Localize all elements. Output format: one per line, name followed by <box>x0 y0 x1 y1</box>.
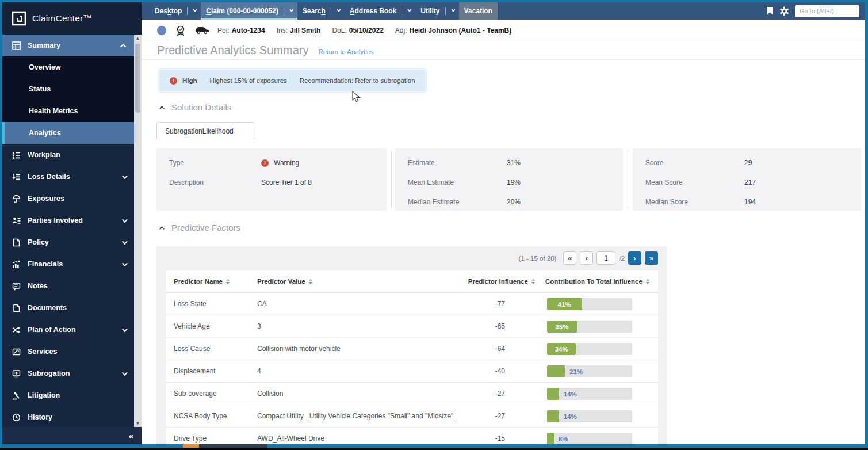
sidebar-item-exposures[interactable]: Exposures <box>2 188 134 209</box>
exposures-icon <box>12 194 21 203</box>
sidebar-item-status[interactable]: Status <box>2 78 134 100</box>
sidebar-item-parties-involved[interactable]: Parties Involved <box>2 209 134 231</box>
table-row[interactable]: Loss StateCA-7741% <box>166 292 658 315</box>
card-label: Score <box>645 159 744 167</box>
first-page-button[interactable]: « <box>563 251 576 265</box>
sort-icon[interactable] <box>646 279 649 284</box>
table-row[interactable]: Displacement4-4021% <box>166 360 658 382</box>
table-row[interactable]: Drive TypeAWD_All-Wheel Drive-158% <box>166 427 658 444</box>
contribution-label: 41% <box>547 298 582 310</box>
previous-page-button[interactable]: ‹ <box>580 251 593 265</box>
page-title-bar: Predictive Analytics Summary Return to A… <box>142 41 865 60</box>
score-card: Score 29 Mean Score 217 Median Score 194 <box>633 148 861 211</box>
app-title: ClaimCenter™ <box>32 13 92 24</box>
sort-icon[interactable] <box>226 279 230 284</box>
tab-desktop[interactable]: Desktop <box>150 2 201 20</box>
sidebar-collapse-bar[interactable]: « <box>2 427 142 444</box>
card-value: !Warning <box>261 159 299 167</box>
contribution-label: 8% <box>559 433 568 444</box>
loss-details-icon <box>12 172 21 181</box>
card-divider <box>628 151 628 208</box>
gear-icon[interactable] <box>779 6 789 16</box>
tab-address-book[interactable]: Address Book <box>345 2 415 20</box>
claim-seal-icon <box>175 25 186 36</box>
sidebar-item-services[interactable]: Services <box>2 341 134 363</box>
solution-details-header[interactable]: Solution Details <box>161 102 231 112</box>
scrollbar-up-arrow[interactable]: ▲ <box>134 35 142 42</box>
sidebar-item-overview[interactable]: Overview <box>2 56 134 78</box>
card-label: Median Estimate <box>408 198 507 206</box>
sidebar-scrollbar[interactable]: ▲ ▼ <box>134 35 142 427</box>
card-label: Mean Estimate <box>408 178 507 186</box>
policy-field: Pol:Auto-1234 <box>217 26 265 35</box>
chevron-down-icon[interactable] <box>337 7 341 12</box>
section-title: Predictive Factors <box>171 223 240 232</box>
cell-predictor-name: Vehicle Age <box>174 315 210 337</box>
sidebar-item-financials[interactable]: Financials <box>2 253 134 275</box>
contribution-bar: 35% <box>547 321 632 333</box>
contribution-bar: 8% <box>547 433 632 444</box>
sidebar-item-documents[interactable]: Documents <box>2 297 134 319</box>
sidebar-item-workplan[interactable]: Workplan <box>2 144 134 166</box>
sidebar-item-subrogation[interactable]: Subrogation <box>2 363 134 384</box>
sidebar-item-loss-details[interactable]: Loss Details <box>2 166 134 188</box>
sidebar-item-plan-of-action[interactable]: Plan of Action <box>2 319 134 341</box>
tab-vacation[interactable]: Vacation <box>459 2 498 20</box>
collapse-section-icon[interactable] <box>159 106 164 110</box>
page-total: /2 <box>619 255 625 262</box>
chevron-down-icon[interactable] <box>289 7 293 12</box>
column-contribution[interactable]: Contribution To Total Influence <box>545 270 649 292</box>
sidebar-item-summary[interactable]: Summary <box>2 35 134 56</box>
scrollbar-thumb[interactable] <box>135 44 140 113</box>
warning-icon: ! <box>170 77 177 85</box>
table-row[interactable]: Sub-coverageCollision-2714% <box>166 382 658 405</box>
return-to-analytics-link[interactable]: Return to Analytics <box>318 48 373 55</box>
sidebar-item-label: Documents <box>28 304 67 312</box>
tab-utility[interactable]: Utility <box>415 2 458 20</box>
contribution-bar: 21% <box>547 365 632 377</box>
chevron-down-icon[interactable] <box>451 7 455 12</box>
sidebar-item-notes[interactable]: Notes <box>2 275 134 297</box>
column-predictor-value[interactable]: Predictor Value <box>257 270 312 292</box>
table-row[interactable]: Loss CauseCollision with motor vehicle-6… <box>166 337 658 360</box>
table-row[interactable]: NCSA Body TypeCompact Utility _Utility V… <box>166 405 658 427</box>
sidebar-item-history[interactable]: History <box>2 406 134 427</box>
guidewire-logo-icon <box>12 11 26 26</box>
cell-predictor-name: Sub-coverage <box>174 383 217 405</box>
sidebar-item-litigation[interactable]: Litigation <box>2 384 134 406</box>
sort-icon[interactable] <box>309 279 312 284</box>
collapse-section-icon[interactable] <box>159 226 164 231</box>
warning-icon: ! <box>261 159 269 167</box>
main-area: Desktop Claim (000-00-000052) Search Add… <box>142 2 865 444</box>
table-row[interactable]: Vehicle Age3-6535% <box>166 315 658 337</box>
sidebar-item-label: History <box>28 413 52 421</box>
contribution-bar-fill <box>547 410 559 422</box>
tab-claim[interactable]: Claim (000-00-000052) <box>201 2 297 20</box>
page-number-input[interactable] <box>596 251 615 265</box>
chevron-down-icon <box>122 173 128 179</box>
column-predictor-influence[interactable]: Predictor Influence <box>419 270 535 292</box>
history-icon <box>12 413 21 422</box>
scrollbar-down-arrow[interactable]: ▼ <box>134 420 142 427</box>
sidebar-item-label: Financials <box>28 260 63 268</box>
tab-subrogation-likelihood[interactable]: SubrogationLikelihood <box>156 122 254 139</box>
sidebar-item-label: Litigation <box>28 391 60 399</box>
sidebar-item-analytics[interactable]: Analytics <box>2 122 134 144</box>
chevron-down-icon <box>122 370 128 376</box>
cell-predictor-influence: -15 <box>419 428 505 444</box>
column-predictor-name[interactable]: Predictor Name <box>174 270 230 292</box>
contribution-bar-fill <box>547 388 559 400</box>
sidebar-item-health-metrics[interactable]: Health Metrics <box>2 100 134 122</box>
predictive-factors-header[interactable]: Predictive Factors <box>161 223 240 232</box>
bookmark-icon[interactable] <box>766 6 774 16</box>
goto-input[interactable] <box>795 5 859 17</box>
chevron-down-icon[interactable] <box>408 7 412 12</box>
claimcenter-window: ClaimCenter™ Summary Overview Status Hea… <box>2 2 865 444</box>
chevron-down-icon[interactable] <box>193 7 197 12</box>
next-page-button[interactable]: › <box>628 251 641 265</box>
last-page-button[interactable]: » <box>645 251 658 265</box>
collapse-sidebar-icon[interactable]: « <box>129 431 133 441</box>
sidebar-item-policy[interactable]: Policy <box>2 231 134 253</box>
tab-search[interactable]: Search <box>297 2 345 20</box>
sort-icon[interactable] <box>531 279 535 284</box>
